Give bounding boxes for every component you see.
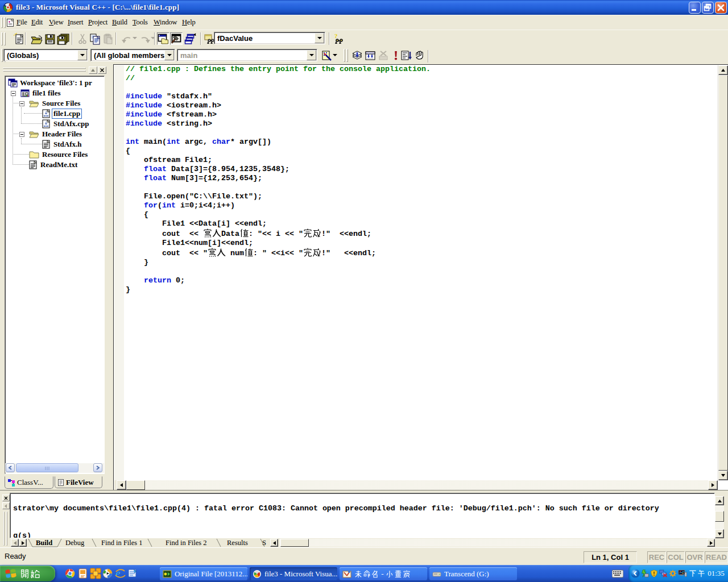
svg-text:Build: Build bbox=[36, 539, 52, 547]
svg-text:S: S bbox=[262, 539, 266, 547]
svg-text:Results: Results bbox=[227, 539, 248, 547]
svg-text:Debug: Debug bbox=[65, 539, 85, 547]
svg-text:Find in Files 1: Find in Files 1 bbox=[101, 539, 143, 547]
svg-text:?: ? bbox=[334, 33, 338, 39]
svg-text:Find in Files 2: Find in Files 2 bbox=[166, 539, 207, 547]
